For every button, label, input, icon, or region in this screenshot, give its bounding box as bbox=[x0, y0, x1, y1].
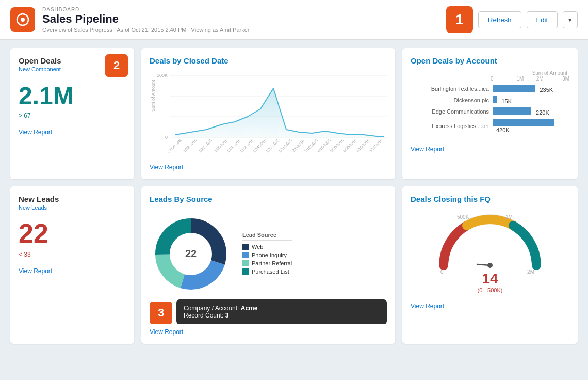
svg-point-32 bbox=[487, 263, 493, 268]
edit-button[interactable]: Edit bbox=[527, 11, 558, 28]
svg-text:500K: 500K bbox=[457, 214, 469, 220]
new-leads-view-report[interactable]: View Report bbox=[19, 267, 52, 275]
svg-text:10/2...015: 10/2...015 bbox=[182, 138, 198, 153]
header-left: DASHBOARD Sales Pipeline Overview of Sal… bbox=[10, 7, 249, 33]
gauge-svg: 0 500K 1M 2M bbox=[433, 209, 547, 276]
tooltip-box: Company / Account: Acme Record Count: 3 bbox=[176, 299, 387, 324]
purchased-color bbox=[242, 268, 249, 275]
legend-item-purchased: Purchased List bbox=[242, 268, 292, 275]
svg-text:2M: 2M bbox=[527, 269, 534, 275]
new-leads-title: New Leads bbox=[19, 195, 126, 203]
donut-chart: 22 bbox=[150, 213, 232, 295]
svg-text:8/13/2016: 8/13/2016 bbox=[368, 138, 383, 153]
app-logo bbox=[10, 7, 35, 32]
deals-closed-card: Deals by Closed Date Sum of Amount 500K … bbox=[141, 48, 395, 179]
svg-text:500K: 500K bbox=[157, 73, 168, 78]
sum-label: Sum of Amount bbox=[411, 70, 569, 76]
new-leads-card: New Leads New Leads 22 < 33 View Report bbox=[10, 186, 134, 344]
account-name: Burlington Textiles...ica bbox=[411, 86, 493, 92]
bar-axis: 0 1M 2M 3M bbox=[411, 76, 569, 82]
legend-item-web: Web bbox=[242, 244, 292, 250]
deals-closed-chart: Sum of Amount 500K 0 Close...ate 10/2...… bbox=[150, 70, 387, 153]
open-deals-account-title: Open Deals by Account bbox=[411, 56, 569, 65]
open-deals-account-view-report[interactable]: View Report bbox=[411, 146, 444, 153]
deals-closed-view-report[interactable]: View Report bbox=[150, 164, 183, 171]
account-bar bbox=[493, 85, 535, 92]
svg-text:10/3...015: 10/3...015 bbox=[198, 138, 213, 153]
legend-label-purchased: Purchased List bbox=[252, 268, 289, 275]
svg-text:22: 22 bbox=[185, 248, 197, 259]
tooltip-count-label: Record Count: bbox=[184, 312, 223, 319]
account-bar-wrap: 15K bbox=[493, 96, 569, 104]
page-subtitle: Overview of Sales Progress · As of Oct 2… bbox=[42, 27, 249, 33]
account-row: Burlington Textiles...ica 235K bbox=[411, 85, 569, 93]
open-deals-view-report[interactable]: View Report bbox=[19, 129, 52, 136]
new-leads-value: 22 bbox=[19, 218, 126, 249]
open-deals-sub: > 67 bbox=[19, 112, 126, 119]
account-chart: Burlington Textiles...ica 235K Dickenson… bbox=[411, 85, 569, 133]
open-deals-account-card: Open Deals by Account Sum of Amount 0 1M… bbox=[402, 48, 578, 179]
open-deals-value: 2.1M bbox=[19, 82, 126, 110]
dashboard-grid: Open Deals New Component 2 2.1M > 67 Vie… bbox=[0, 40, 588, 352]
account-val: 220K bbox=[536, 109, 549, 116]
leads-source-title: Leads By Source bbox=[150, 195, 387, 203]
leads-legend: Lead Source Web Phone Inquiry Partner Re… bbox=[242, 232, 292, 277]
web-color bbox=[242, 244, 249, 250]
svg-text:2/5/2016: 2/5/2016 bbox=[291, 139, 305, 153]
dashboard-label: DASHBOARD bbox=[42, 7, 249, 12]
svg-text:1M: 1M bbox=[505, 214, 513, 220]
tooltip-row: 3 Company / Account: Acme Record Count: … bbox=[150, 299, 387, 324]
leads-source-content: 22 Lead Source Web Phone Inquiry Partner… bbox=[150, 209, 387, 295]
refresh-button[interactable]: Refresh bbox=[478, 11, 521, 28]
account-row: Edge Communications 220K bbox=[411, 107, 569, 116]
header-title-group: DASHBOARD Sales Pipeline Overview of Sal… bbox=[42, 7, 249, 33]
tooltip-count-value: 3 bbox=[225, 312, 229, 319]
deals-closing-view-report[interactable]: View Report bbox=[411, 303, 444, 310]
account-bar bbox=[493, 96, 497, 103]
legend-label-web: Web bbox=[252, 244, 263, 250]
account-row: Express Logistics ...ort 420K bbox=[411, 119, 569, 133]
gauge-range: (0 - 500K) bbox=[478, 287, 503, 293]
tooltip-company-value: Acme bbox=[241, 305, 258, 312]
legend-item-phone: Phone Inquiry bbox=[242, 252, 292, 258]
account-val: 235K bbox=[540, 87, 553, 93]
svg-point-1 bbox=[21, 18, 25, 22]
new-leads-subtitle: New Leads bbox=[19, 204, 126, 211]
svg-text:1/15/2016: 1/15/2016 bbox=[277, 138, 293, 153]
account-bar bbox=[493, 107, 531, 115]
tooltip-company: Company / Account: Acme bbox=[184, 305, 380, 312]
legend-title: Lead Source bbox=[242, 232, 292, 241]
account-bar-wrap: 420K bbox=[493, 119, 569, 133]
new-leads-sub: < 33 bbox=[19, 251, 126, 258]
header-badge: 1 bbox=[446, 6, 473, 33]
legend-label-partner: Partner Referral bbox=[252, 260, 292, 266]
tooltip-company-label: Company / Account: bbox=[184, 305, 239, 312]
gauge-wrap: 0 500K 1M 2M 14 (0 - 500K) bbox=[411, 209, 569, 293]
gauge-value: 14 bbox=[482, 271, 498, 287]
legend-label-phone: Phone Inquiry bbox=[252, 252, 287, 258]
svg-text:0: 0 bbox=[440, 269, 444, 275]
header-right: 1 Refresh Edit ▾ bbox=[446, 6, 578, 33]
open-deals-badge: 2 bbox=[105, 54, 128, 77]
deals-closed-title: Deals by Closed Date bbox=[150, 56, 387, 65]
phone-color bbox=[242, 252, 249, 258]
legend-item-partner: Partner Referral bbox=[242, 260, 292, 266]
deals-closing-card: Deals Closing this FQ 0 500K 1M 2M bbox=[402, 186, 578, 344]
account-bar-wrap: 220K bbox=[493, 107, 569, 116]
account-name: Express Logistics ...ort bbox=[411, 123, 493, 129]
account-bar bbox=[493, 119, 554, 126]
leads-source-view-report[interactable]: View Report bbox=[150, 328, 183, 336]
account-bar-wrap: 235K bbox=[493, 85, 569, 93]
account-val: 15K bbox=[501, 98, 512, 104]
open-deals-card: Open Deals New Component 2 2.1M > 67 Vie… bbox=[10, 48, 134, 179]
account-val: 420K bbox=[496, 127, 510, 133]
donut-svg: 22 bbox=[150, 213, 232, 295]
account-name: Dickenson plc bbox=[411, 97, 493, 103]
partner-color bbox=[242, 260, 249, 266]
svg-text:Close...ate: Close...ate bbox=[166, 137, 183, 153]
svg-text:Sum of Amount: Sum of Amount bbox=[151, 80, 156, 112]
leads-source-badge: 3 bbox=[150, 302, 172, 324]
dropdown-button[interactable]: ▾ bbox=[563, 11, 578, 28]
account-row: Dickenson plc 15K bbox=[411, 96, 569, 104]
deals-closing-title: Deals Closing this FQ bbox=[411, 195, 569, 203]
